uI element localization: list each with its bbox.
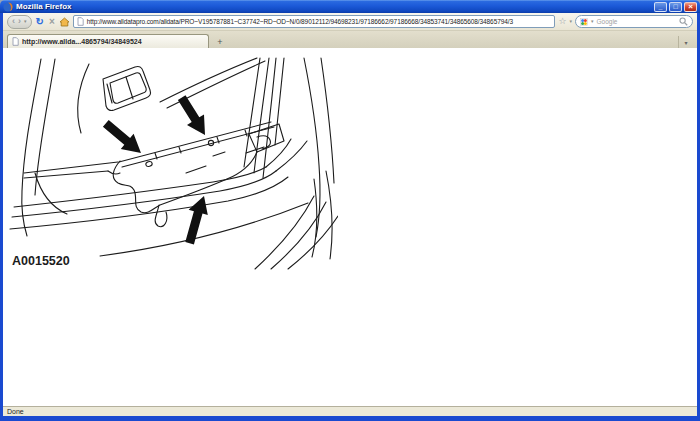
tab-page-icon — [12, 37, 19, 46]
firefox-window: Mozilla Firefox _ □ × ‹ › ▾ ↻ × — [0, 0, 700, 421]
window-frame: ‹ › ▾ ↻ × http://www.alldatapro.com/alld… — [0, 13, 700, 421]
callout-arrow-bottom — [185, 196, 208, 244]
search-input[interactable]: Google — [597, 18, 676, 25]
switch-edge — [107, 84, 112, 103]
switch-bezel — [103, 67, 151, 111]
url-bar[interactable]: http://www.alldatapro.com/alldata/PRO~V1… — [73, 15, 556, 28]
close-button[interactable]: × — [684, 2, 697, 12]
back-forward-group: ‹ › ▾ — [7, 15, 32, 29]
door-edge-line — [35, 59, 55, 195]
quarter-panel-sweep — [271, 202, 326, 269]
door-edge-line — [35, 173, 67, 214]
quarter-panel-line — [321, 58, 334, 183]
title-bar[interactable]: Mozilla Firefox _ □ × — [0, 0, 700, 13]
forward-button[interactable]: › — [18, 17, 21, 26]
quarter-panel-sweep — [255, 196, 314, 269]
page-content: A0015520 — [3, 48, 697, 406]
panel-hanging-loop — [155, 205, 167, 227]
google-icon — [580, 18, 588, 26]
bookmark-dropdown-caret-icon[interactable]: ▾ — [569, 19, 572, 24]
firefox-icon — [3, 2, 13, 12]
window-title: Mozilla Firefox — [16, 2, 652, 11]
minimize-button[interactable]: _ — [654, 2, 667, 12]
pillar-line — [275, 58, 284, 145]
door-inner-curve — [78, 64, 89, 133]
door-frame-line — [160, 58, 257, 102]
fender-sweep — [312, 179, 317, 257]
bookmark-star-icon[interactable]: ☆ — [558, 17, 566, 26]
list-all-tabs-button[interactable]: ▾ — [678, 36, 693, 48]
callout-arrow-left — [103, 120, 141, 153]
reload-button[interactable]: ↻ — [35, 17, 45, 27]
figure-label: A0015520 — [12, 254, 70, 268]
switch-divider — [126, 77, 133, 99]
rocker-curl — [276, 141, 307, 171]
stop-button[interactable]: × — [48, 17, 56, 27]
tab-bar: http://www.allda...4865794/34849524 + ▾ — [3, 31, 697, 48]
maximize-button[interactable]: □ — [669, 2, 682, 12]
search-magnifier-icon[interactable] — [679, 17, 688, 26]
history-dropdown-caret-icon[interactable]: ▾ — [24, 19, 27, 24]
status-text: Done — [7, 408, 24, 415]
back-button[interactable]: ‹ — [12, 17, 15, 26]
clip-hole — [145, 161, 152, 167]
fender-sweep — [326, 171, 332, 259]
tab-title: http://www.allda...4865794/34849524 — [22, 38, 142, 45]
page-icon — [77, 17, 84, 26]
home-button[interactable] — [59, 17, 70, 27]
search-box[interactable]: ▾ Google — [575, 15, 693, 28]
url-text[interactable]: http://www.alldatapro.com/alldata/PRO~V1… — [87, 18, 513, 25]
navigation-toolbar: ‹ › ▾ ↻ × http://www.alldatapro.com/alld… — [3, 13, 697, 31]
status-bar: Done — [3, 406, 697, 416]
new-tab-button[interactable]: + — [212, 36, 228, 48]
search-engine-caret-icon[interactable]: ▾ — [591, 19, 594, 24]
door-sill-diagram: A0015520 — [8, 57, 338, 271]
panel-crease — [213, 152, 225, 156]
door-edge-line — [22, 59, 41, 236]
tab-active[interactable]: http://www.allda...4865794/34849524 — [7, 34, 209, 48]
callout-arrow-top — [178, 95, 205, 135]
pillar-line — [254, 58, 269, 173]
panel-crease — [186, 166, 206, 173]
switch-bezel-inner — [110, 73, 146, 103]
